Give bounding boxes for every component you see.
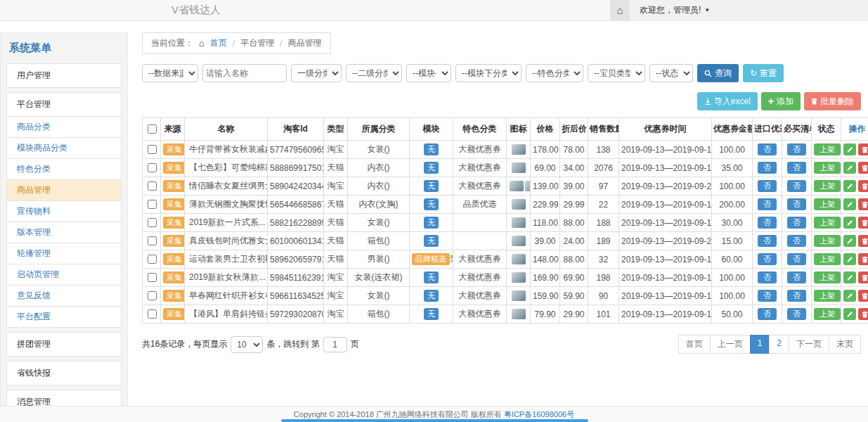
row-checkbox[interactable] — [148, 309, 157, 319]
sidebar-item[interactable]: 启动页管理 — [6, 264, 122, 286]
sidebar-item[interactable]: 平台配置 — [6, 307, 122, 328]
delete-button[interactable] — [858, 253, 868, 265]
status-toggle[interactable]: 上架 — [814, 217, 841, 229]
import-toggle[interactable]: 否 — [758, 143, 777, 155]
delete-button[interactable] — [858, 143, 868, 155]
status-toggle[interactable]: 上架 — [814, 180, 841, 192]
import-toggle[interactable]: 否 — [758, 308, 777, 320]
filter-select[interactable]: --宝贝类型-- — [588, 64, 645, 82]
sidebar-item[interactable]: 轮播管理 — [6, 243, 122, 264]
sidebar-item[interactable]: 宣传物料 — [6, 201, 122, 222]
row-checkbox[interactable] — [148, 291, 157, 300]
select-all-checkbox[interactable] — [148, 124, 157, 134]
must-buy-toggle[interactable]: 否 — [787, 217, 806, 229]
delete-button[interactable] — [858, 180, 868, 192]
sidebar-item[interactable]: 平台管理 — [6, 92, 122, 117]
delete-button[interactable] — [858, 217, 868, 229]
must-buy-toggle[interactable]: 否 — [787, 198, 806, 210]
import-toggle[interactable]: 否 — [758, 235, 777, 247]
delete-button[interactable] — [858, 290, 868, 302]
delete-button[interactable] — [858, 271, 868, 283]
filter-select[interactable]: --状态-- — [649, 64, 693, 82]
sidebar-item[interactable]: 拼团管理 — [6, 332, 122, 357]
status-toggle[interactable]: 上架 — [814, 290, 841, 302]
must-buy-toggle[interactable]: 否 — [787, 180, 806, 192]
sidebar-item[interactable]: 省钱快报 — [6, 361, 122, 385]
must-buy-toggle[interactable]: 否 — [787, 308, 806, 320]
breadcrumb-home-link[interactable]: 首页 — [210, 37, 227, 49]
filter-select[interactable]: --二级分类-- — [346, 64, 402, 82]
edit-button[interactable] — [843, 290, 856, 302]
sidebar-item[interactable]: 特色分类 — [6, 159, 122, 180]
must-buy-toggle[interactable]: 否 — [787, 271, 806, 283]
import-toggle[interactable]: 否 — [758, 198, 777, 210]
page-button[interactable]: 首页 — [678, 335, 711, 354]
page-number-input[interactable] — [323, 337, 347, 352]
edit-button[interactable] — [843, 308, 856, 320]
import-toggle[interactable]: 否 — [758, 290, 777, 302]
import-toggle[interactable]: 否 — [758, 271, 777, 283]
user-menu[interactable]: 欢迎您，管理员! ▼ — [640, 4, 710, 16]
row-checkbox[interactable] — [148, 181, 157, 191]
sidebar-item[interactable]: 意见反馈 — [6, 286, 122, 307]
status-toggle[interactable]: 上架 — [814, 235, 841, 247]
row-checkbox[interactable] — [148, 200, 157, 209]
status-toggle[interactable]: 上架 — [814, 253, 841, 265]
horizontal-scrollbar-thumb[interactable] — [281, 419, 588, 422]
batch-delete-button[interactable]: 批量删除 — [804, 92, 861, 110]
status-toggle[interactable]: 上架 — [814, 308, 841, 320]
must-buy-toggle[interactable]: 否 — [787, 290, 806, 302]
edit-button[interactable] — [843, 143, 856, 155]
sidebar-item[interactable]: 模块商品分类 — [6, 138, 122, 159]
reset-button[interactable]: ↻ 重置 — [743, 64, 784, 82]
add-button[interactable]: + 添加 — [761, 92, 801, 110]
icp-link[interactable]: 粤ICP备16098006号 — [504, 409, 574, 420]
row-checkbox[interactable] — [148, 218, 157, 227]
page-size-select[interactable]: 10 — [231, 336, 263, 353]
page-button[interactable]: 下一页 — [789, 335, 829, 354]
delete-button[interactable] — [858, 235, 868, 247]
home-button[interactable]: ⌂ — [610, 0, 630, 21]
must-buy-toggle[interactable]: 否 — [787, 253, 806, 265]
edit-button[interactable] — [843, 271, 856, 283]
status-toggle[interactable]: 上架 — [814, 162, 841, 174]
sidebar-item[interactable]: 商品管理 — [6, 180, 122, 201]
import-toggle[interactable]: 否 — [758, 217, 777, 229]
delete-button[interactable] — [858, 308, 868, 320]
edit-button[interactable] — [843, 217, 856, 229]
must-buy-toggle[interactable]: 否 — [787, 162, 806, 174]
filter-select[interactable]: --模块-- — [406, 64, 451, 82]
must-buy-toggle[interactable]: 否 — [787, 143, 806, 155]
page-button[interactable]: 2 — [769, 335, 789, 354]
filter-select[interactable]: --数据来源-- — [142, 64, 198, 82]
filter-select[interactable]: 一级分类 — [291, 64, 342, 82]
import-toggle[interactable]: 否 — [758, 162, 777, 174]
page-button[interactable]: 1 — [750, 335, 770, 354]
delete-button[interactable] — [858, 198, 868, 210]
filter-select[interactable]: --模块下分类-- — [455, 64, 522, 82]
row-checkbox[interactable] — [148, 273, 157, 282]
filter-select[interactable]: --特色分类-- — [526, 64, 583, 82]
page-button[interactable]: 上一页 — [710, 335, 751, 354]
status-toggle[interactable]: 上架 — [814, 143, 841, 155]
sidebar-item[interactable]: 商品分类 — [6, 117, 122, 138]
edit-button[interactable] — [843, 180, 856, 192]
must-buy-toggle[interactable]: 否 — [787, 235, 806, 247]
edit-button[interactable] — [843, 253, 856, 265]
import-toggle[interactable]: 否 — [758, 180, 777, 192]
name-search-input[interactable] — [202, 64, 287, 82]
delete-button[interactable] — [858, 162, 868, 174]
import-toggle[interactable]: 否 — [758, 253, 777, 265]
sidebar-item[interactable]: 版本管理 — [6, 222, 122, 243]
edit-button[interactable] — [843, 162, 856, 174]
status-toggle[interactable]: 上架 — [814, 198, 841, 210]
edit-button[interactable] — [843, 198, 856, 210]
status-toggle[interactable]: 上架 — [814, 271, 841, 283]
sidebar-item[interactable]: 用户管理 — [6, 63, 122, 88]
row-checkbox[interactable] — [148, 255, 157, 264]
row-checkbox[interactable] — [148, 236, 157, 245]
row-checkbox[interactable] — [148, 163, 157, 172]
import-excel-button[interactable]: 导入excel — [697, 92, 758, 110]
edit-button[interactable] — [843, 235, 856, 247]
search-button[interactable]: 查询 — [697, 64, 739, 82]
